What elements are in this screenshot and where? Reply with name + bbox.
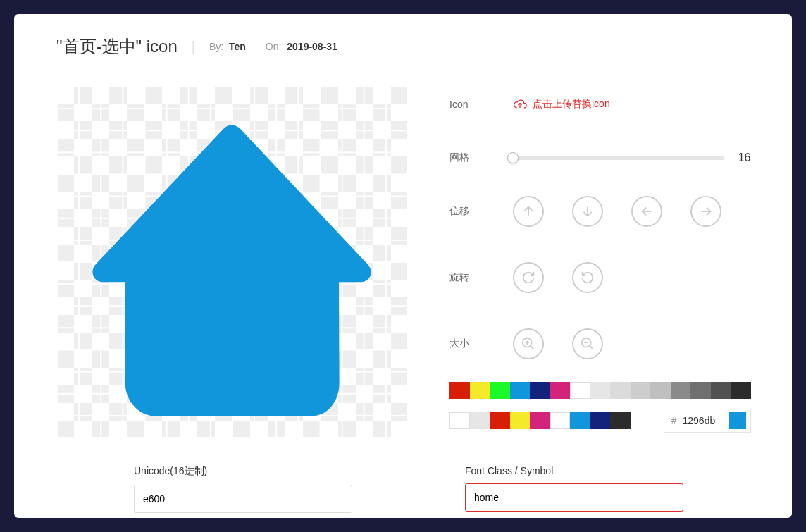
recent-color-swatch[interactable] — [530, 412, 550, 429]
rotate-ccw-icon — [580, 270, 595, 285]
slider-thumb[interactable] — [507, 152, 519, 163]
header: "首页-选中" icon | By: Ten On: 2019-08-31 — [56, 35, 750, 58]
page-title: "首页-选中" icon — [56, 35, 178, 58]
icon-canvas[interactable] — [56, 86, 407, 437]
arrow-right-icon — [698, 204, 714, 219]
hex-input[interactable] — [683, 415, 724, 426]
move-right-button[interactable] — [690, 196, 721, 227]
recent-color-swatch[interactable] — [550, 412, 571, 429]
color-swatch[interactable] — [550, 382, 571, 399]
recent-color-swatch[interactable] — [450, 412, 470, 429]
color-swatch[interactable] — [510, 382, 531, 399]
rotate-cw-button[interactable] — [513, 262, 544, 293]
recent-color-swatch[interactable] — [510, 412, 531, 429]
arrow-up-icon — [521, 204, 536, 219]
date: 2019-08-31 — [287, 41, 337, 52]
zoom-out-icon — [580, 336, 595, 352]
home-icon — [77, 106, 387, 416]
grid-value: 16 — [734, 151, 751, 164]
grid-label: 网格 — [450, 151, 513, 164]
color-swatch[interactable] — [690, 382, 711, 399]
color-swatch[interactable] — [711, 382, 731, 399]
fontclass-label: Font Class / Symbol — [465, 465, 683, 476]
grid-slider[interactable] — [513, 156, 724, 160]
zoom-out-button[interactable] — [572, 328, 603, 359]
recent-color-swatch[interactable] — [590, 412, 611, 429]
color-palette-1 — [450, 382, 751, 399]
on-label: On: — [266, 41, 282, 52]
rotate-label: 旋转 — [450, 271, 513, 284]
zoom-in-button[interactable] — [513, 328, 544, 359]
color-palette-2 — [450, 412, 631, 429]
unicode-label: Unicode(16进制) — [134, 465, 352, 478]
move-left-button[interactable] — [631, 196, 662, 227]
size-label: 大小 — [450, 338, 513, 350]
color-swatch[interactable] — [590, 382, 611, 399]
divider: | — [192, 39, 195, 55]
hex-color-group: # — [664, 409, 751, 433]
color-swatch[interactable] — [570, 382, 590, 399]
color-swatch[interactable] — [671, 382, 691, 399]
move-up-button[interactable] — [513, 196, 544, 227]
upload-text: 点击上传替换icon — [533, 98, 610, 111]
color-swatch[interactable] — [470, 382, 490, 399]
translate-label: 位移 — [450, 205, 513, 218]
color-swatch[interactable] — [631, 382, 651, 399]
recent-color-swatch[interactable] — [490, 412, 510, 429]
cloud-upload-icon — [513, 97, 527, 111]
icon-label: Icon — [450, 99, 513, 110]
color-swatch[interactable] — [731, 382, 751, 399]
upload-replace-button[interactable]: 点击上传替换icon — [513, 97, 610, 111]
rotate-ccw-button[interactable] — [572, 262, 603, 293]
zoom-in-icon — [521, 336, 536, 352]
fontclass-input[interactable] — [465, 483, 683, 512]
color-swatch[interactable] — [610, 382, 631, 399]
rotate-cw-icon — [521, 270, 536, 285]
author: Ten — [229, 41, 246, 52]
meta-info: By: Ten On: 2019-08-31 — [209, 41, 340, 52]
color-swatch[interactable] — [490, 382, 510, 399]
recent-color-swatch[interactable] — [570, 412, 590, 429]
hex-prefix: # — [671, 415, 677, 426]
color-swatch[interactable] — [450, 382, 470, 399]
recent-color-swatch[interactable] — [610, 412, 631, 429]
unicode-input[interactable] — [134, 485, 352, 513]
arrow-left-icon — [639, 204, 655, 219]
arrow-down-icon — [580, 204, 595, 219]
recent-color-swatch[interactable] — [470, 412, 490, 429]
color-swatch[interactable] — [530, 382, 550, 399]
move-down-button[interactable] — [572, 196, 603, 227]
color-swatch[interactable] — [650, 382, 671, 399]
by-label: By: — [209, 41, 223, 52]
hex-color-preview[interactable] — [729, 412, 746, 429]
